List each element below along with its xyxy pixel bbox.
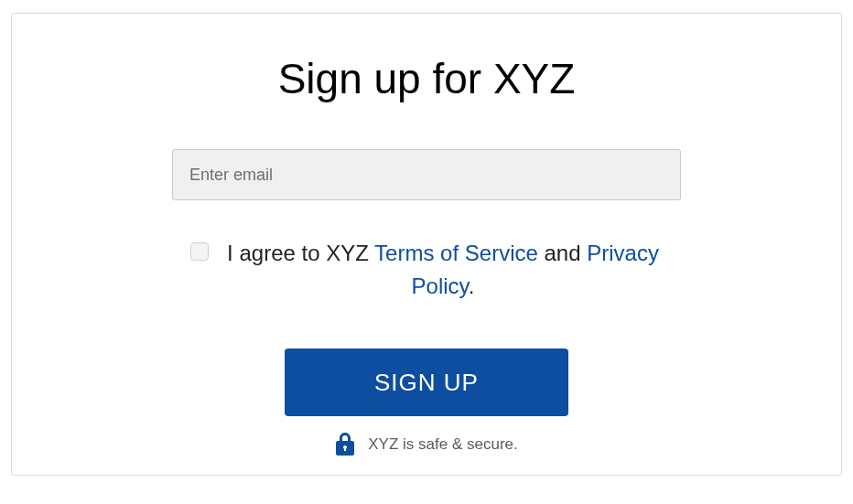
secure-text: XYZ is safe & secure.: [368, 435, 517, 454]
lock-icon: [335, 433, 355, 456]
agreement-text: I agree to XYZ Terms of Service and Priv…: [223, 237, 663, 303]
agree-checkbox[interactable]: [190, 242, 209, 261]
agreement-middle: and: [538, 241, 587, 265]
signup-card: Sign up for XYZ I agree to XYZ Terms of …: [11, 13, 842, 476]
terms-of-service-link[interactable]: Terms of Service: [374, 241, 538, 265]
agreement-suffix: .: [469, 273, 475, 298]
agreement-row: I agree to XYZ Terms of Service and Priv…: [172, 237, 681, 303]
page-title: Sign up for XYZ: [278, 54, 576, 103]
secure-row: XYZ is safe & secure.: [335, 433, 517, 456]
email-input[interactable]: [172, 149, 681, 200]
agreement-prefix: I agree to XYZ: [227, 241, 374, 265]
signup-button[interactable]: SIGN UP: [285, 349, 568, 416]
